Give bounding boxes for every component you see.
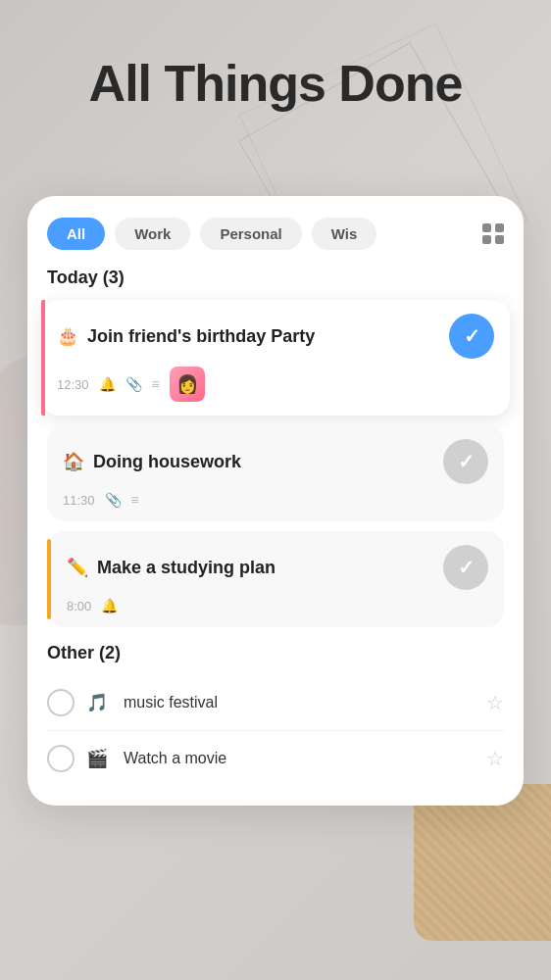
task-time-2: 11:30 bbox=[63, 493, 95, 508]
tab-work[interactable]: Work bbox=[115, 218, 190, 250]
other-item-movie[interactable]: 🎬 Watch a movie ☆ bbox=[47, 731, 504, 786]
task-time-3: 8:00 bbox=[67, 599, 91, 613]
checkmark-icon-3: ✓ bbox=[458, 556, 475, 579]
other-text-1: music festival bbox=[124, 694, 475, 711]
bell-icon-1: 🔔 bbox=[99, 376, 116, 392]
tab-all[interactable]: All bbox=[47, 218, 105, 250]
grid-dot-3 bbox=[482, 235, 491, 244]
other-section: Other (2) 🎵 music festival ☆ 🎬 Watch a m… bbox=[47, 643, 504, 786]
task-title-3: ✏️ Make a studying plan bbox=[67, 557, 443, 578]
task-thumbnail-1: 👩 bbox=[170, 367, 205, 402]
other-section-title: Other (2) bbox=[47, 643, 504, 663]
task-top-row-1: 🎂 Join friend's birthday Party ✓ bbox=[57, 314, 494, 359]
task-yellow-bar bbox=[47, 539, 51, 619]
grid-dot-1 bbox=[482, 223, 491, 232]
checkmark-icon-1: ✓ bbox=[464, 324, 480, 348]
task-emoji-3: ✏️ bbox=[67, 558, 88, 577]
main-card: All Work Personal Wis Today (3) 🎂 Join f… bbox=[27, 196, 524, 806]
task-title-2: 🏠 Doing housework bbox=[63, 451, 443, 472]
star-icon-1[interactable]: ☆ bbox=[486, 691, 504, 714]
grid-dots-icon bbox=[482, 223, 504, 245]
grid-dot-4 bbox=[495, 235, 504, 244]
task-emoji-1: 🎂 bbox=[57, 326, 78, 346]
grid-dot-2 bbox=[495, 223, 504, 232]
task-title-1: 🎂 Join friend's birthday Party bbox=[57, 325, 449, 347]
circle-check-1[interactable] bbox=[47, 689, 75, 716]
checkmark-icon-2: ✓ bbox=[458, 450, 475, 473]
today-section-title: Today (3) bbox=[47, 268, 504, 288]
tab-personal[interactable]: Personal bbox=[200, 218, 301, 250]
task-check-button-3[interactable]: ✓ bbox=[443, 545, 488, 590]
task-meta-1: 12:30 🔔 📎 ≡ 👩 bbox=[57, 367, 494, 402]
task-top-row-2: 🏠 Doing housework ✓ bbox=[63, 439, 488, 484]
task-text-2: Doing housework bbox=[93, 452, 241, 471]
clip-icon-1: 📎 bbox=[125, 376, 142, 392]
list-icon-1: ≡ bbox=[152, 376, 160, 392]
task-meta-3: 8:00 🔔 bbox=[67, 598, 488, 613]
clip-icon-2: 📎 bbox=[105, 492, 122, 508]
other-item-music[interactable]: 🎵 music festival ☆ bbox=[47, 675, 504, 731]
grid-view-button[interactable] bbox=[482, 223, 504, 245]
task-check-button-2[interactable]: ✓ bbox=[443, 439, 488, 484]
list-icon-2: ≡ bbox=[131, 492, 139, 508]
star-icon-2[interactable]: ☆ bbox=[486, 747, 504, 770]
other-emoji-1: 🎵 bbox=[86, 692, 108, 713]
other-text-2: Watch a movie bbox=[124, 750, 475, 767]
bell-icon-3: 🔔 bbox=[101, 598, 118, 613]
task-text-1: Join friend's birthday Party bbox=[87, 326, 315, 346]
circle-check-2[interactable] bbox=[47, 745, 75, 772]
task-check-button-1[interactable]: ✓ bbox=[449, 314, 494, 359]
task-item-study[interactable]: ✏️ Make a studying plan ✓ 8:00 🔔 bbox=[47, 531, 504, 627]
app-title: All Things Done bbox=[0, 54, 551, 113]
other-emoji-2: 🎬 bbox=[86, 748, 108, 769]
category-tabs: All Work Personal Wis bbox=[47, 218, 504, 250]
bottom-right-decoration bbox=[414, 784, 551, 941]
task-item-birthday[interactable]: 🎂 Join friend's birthday Party ✓ 12:30 🔔… bbox=[41, 300, 510, 416]
task-text-3: Make a studying plan bbox=[97, 558, 276, 577]
task-top-row-3: ✏️ Make a studying plan ✓ bbox=[67, 545, 488, 590]
task-pink-bar bbox=[41, 300, 45, 416]
task-meta-2: 11:30 📎 ≡ bbox=[63, 492, 488, 508]
task-item-housework[interactable]: 🏠 Doing housework ✓ 11:30 📎 ≡ bbox=[47, 425, 504, 521]
tab-wishlist[interactable]: Wis bbox=[312, 218, 377, 250]
task-emoji-2: 🏠 bbox=[63, 452, 84, 471]
task-time-1: 12:30 bbox=[57, 377, 89, 392]
